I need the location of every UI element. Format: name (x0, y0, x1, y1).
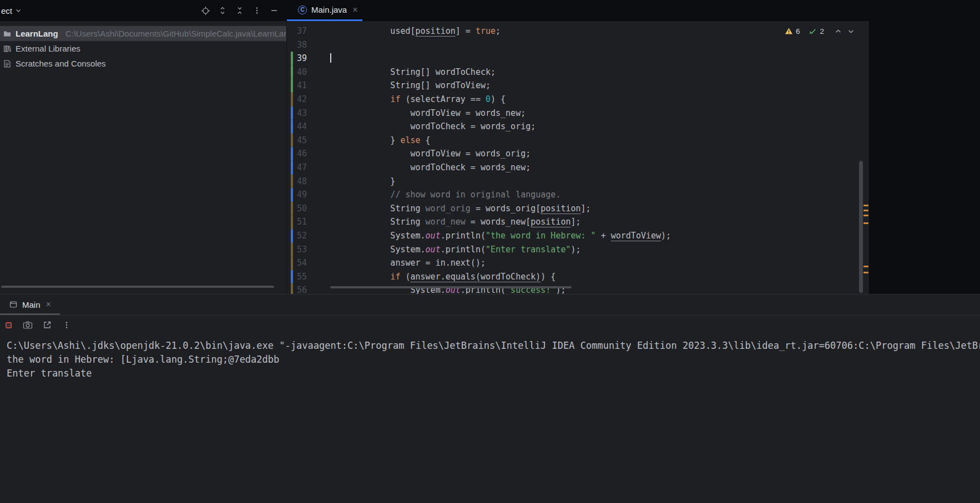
line-number[interactable]: 42 (287, 93, 307, 106)
line-number[interactable]: 50 (287, 202, 307, 216)
gutter[interactable]: 41 (287, 79, 330, 93)
code-line[interactable]: 48 } (287, 175, 869, 189)
line-number[interactable]: 53 (287, 243, 307, 257)
gutter[interactable]: 39 (287, 52, 330, 65)
gutter[interactable]: 51 (287, 215, 330, 229)
line-number[interactable]: 54 (287, 256, 307, 270)
code-line[interactable]: 51 String word_new = words_new[position]… (287, 215, 869, 229)
stripe-warning-mark[interactable] (863, 272, 868, 273)
expand-all-icon[interactable] (218, 6, 228, 16)
tab-close-icon[interactable]: × (352, 5, 357, 15)
run-tab-close-icon[interactable]: × (46, 299, 51, 309)
stripe-warning-mark[interactable] (863, 222, 868, 224)
gutter[interactable]: 43 (287, 106, 330, 120)
project-tool-window-header: ect (0, 0, 287, 21)
line-number[interactable]: 44 (287, 120, 307, 134)
gutter[interactable]: 48 (287, 175, 330, 189)
line-number[interactable]: 48 (287, 175, 307, 189)
stripe-warning-mark[interactable] (863, 215, 868, 216)
hide-panel-icon[interactable] (269, 6, 279, 16)
gutter[interactable]: 38 (287, 38, 330, 52)
line-number[interactable]: 41 (287, 79, 307, 93)
more-options-icon[interactable] (252, 6, 262, 16)
open-in-editor-icon[interactable] (42, 320, 52, 330)
line-number[interactable]: 49 (287, 188, 307, 202)
tree-item-learnlang[interactable]: LearnLang C:\Users\Ashi\Documents\GitHub… (0, 26, 286, 41)
code-text: } (330, 175, 395, 189)
editor-hscrollbar[interactable] (330, 286, 572, 288)
code-line[interactable]: 52 System.out.println("the word in Hebre… (287, 229, 869, 243)
code-line[interactable]: 42 if (selectArray == 0) { (287, 93, 869, 106)
code-line[interactable]: 41 String[] wordToView; (287, 79, 869, 93)
tab-main-java[interactable]: C Main.java × (287, 0, 362, 21)
gutter[interactable]: 44 (287, 120, 330, 134)
gutter[interactable]: 49 (287, 188, 330, 202)
stop-icon[interactable] (3, 320, 13, 330)
tree-item-scratches[interactable]: Scratches and Consoles (0, 56, 286, 71)
prev-problem-icon[interactable] (833, 26, 843, 36)
code-line[interactable]: 46 wordToView = words_orig; (287, 147, 869, 161)
inspections-widget[interactable]: 6 2 (785, 26, 856, 36)
line-number[interactable]: 47 (287, 161, 307, 175)
editor[interactable]: 37 used[position] = true;383940 String[]… (287, 21, 869, 294)
stripe-warning-mark[interactable] (863, 205, 868, 206)
code-line[interactable]: 56 System.out.println("success!"); (287, 283, 869, 294)
code-line[interactable]: 40 String[] wordToCheck; (287, 65, 869, 79)
code-line[interactable]: 37 used[position] = true; (287, 24, 869, 38)
line-number[interactable]: 45 (287, 134, 307, 148)
camera-icon[interactable] (23, 320, 33, 330)
line-number[interactable]: 40 (287, 65, 307, 79)
code-text: String word_orig = words_orig[position]; (330, 202, 591, 216)
gutter[interactable]: 37 (287, 24, 330, 38)
line-number[interactable]: 37 (287, 24, 307, 38)
code-text: System.out.println("the word in Hebrew: … (330, 229, 671, 243)
code-line[interactable]: 44 wordToCheck = words_orig; (287, 120, 869, 134)
console-output[interactable]: C:\Users\Ashi\.jdks\openjdk-21.0.2\bin\j… (0, 334, 980, 380)
stripe-warning-mark[interactable] (863, 266, 868, 267)
gutter[interactable]: 47 (287, 161, 330, 175)
line-number[interactable]: 56 (287, 283, 307, 294)
collapse-all-icon[interactable] (235, 6, 245, 16)
gutter[interactable]: 50 (287, 202, 330, 216)
code-line[interactable]: 55 if (answer.equals(wordToCheck)) { (287, 270, 869, 284)
code-line[interactable]: 49 // show word in original language. (287, 188, 869, 202)
gutter[interactable]: 40 (287, 65, 330, 79)
project-panel-hscrollbar[interactable] (1, 286, 274, 288)
code-line[interactable]: 53 System.out.println("Enter translate")… (287, 243, 869, 257)
line-number[interactable]: 39 (287, 52, 307, 65)
line-number[interactable]: 52 (287, 229, 307, 243)
run-tab-scrollbar[interactable] (0, 313, 60, 315)
project-view-selector[interactable]: ect (1, 0, 22, 21)
folder-icon (2, 29, 12, 38)
tree-item-external-libraries[interactable]: External Libraries (0, 41, 286, 56)
code-line[interactable]: 38 (287, 38, 869, 52)
gutter[interactable]: 52 (287, 229, 330, 243)
gutter[interactable]: 54 (287, 256, 330, 270)
code-line[interactable]: 45 } else { (287, 134, 869, 148)
stripe-warning-mark[interactable] (863, 210, 868, 211)
next-problem-icon[interactable] (846, 26, 856, 36)
gutter[interactable]: 46 (287, 147, 330, 161)
line-number[interactable]: 51 (287, 215, 307, 229)
code-line[interactable]: 39 (287, 52, 869, 65)
line-number[interactable]: 46 (287, 147, 307, 161)
console-more-options-icon[interactable] (62, 320, 72, 330)
line-number[interactable]: 43 (287, 106, 307, 120)
code-line[interactable]: 54 answer = in.next(); (287, 256, 869, 270)
gutter[interactable]: 53 (287, 243, 330, 257)
tab-run-main[interactable]: Main × (9, 294, 51, 314)
tree-item-label: External Libraries (16, 44, 80, 53)
gutter[interactable]: 55 (287, 270, 330, 284)
locate-file-icon[interactable] (200, 6, 210, 16)
gutter[interactable]: 45 (287, 134, 330, 148)
code-text: used[position] = true; (330, 24, 501, 38)
line-number[interactable]: 38 (287, 38, 307, 52)
line-number[interactable]: 55 (287, 270, 307, 284)
code-line[interactable]: 43 wordToView = words_new; (287, 106, 869, 120)
gutter[interactable]: 56 (287, 283, 330, 294)
code-line[interactable]: 50 String word_orig = words_orig[positio… (287, 202, 869, 216)
editor-vscrollbar-thumb[interactable] (859, 161, 863, 293)
gutter[interactable]: 42 (287, 93, 330, 106)
text-caret (330, 53, 331, 63)
code-line[interactable]: 47 wordToCheck = words_new; (287, 161, 869, 175)
